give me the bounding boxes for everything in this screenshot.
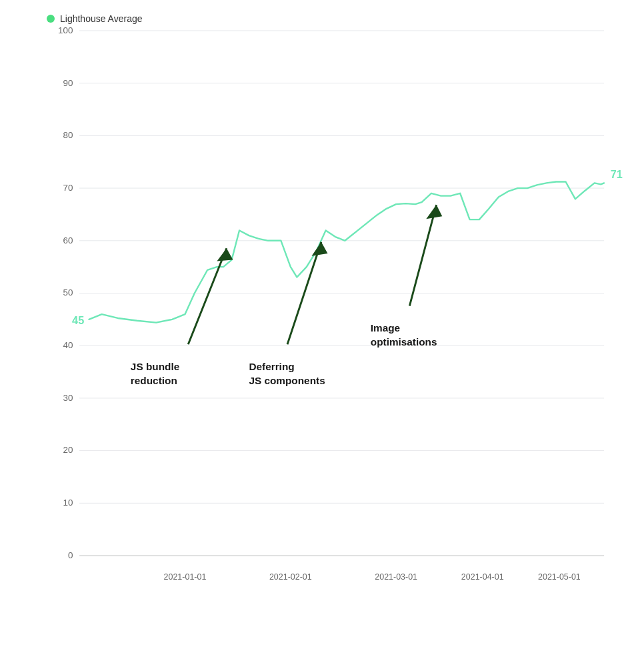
- annotation-js-bundle: JS bundle reduction: [131, 361, 183, 386]
- legend-dot: [47, 15, 55, 23]
- svg-text:2021-04-01: 2021-04-01: [461, 572, 504, 582]
- svg-text:70: 70: [63, 183, 73, 193]
- svg-text:10: 10: [63, 498, 73, 508]
- svg-text:0: 0: [68, 550, 73, 560]
- annotation-image-opt: Image optimisations: [371, 322, 437, 348]
- svg-text:2021-05-01: 2021-05-01: [538, 572, 581, 582]
- end-value-label: 71: [611, 168, 623, 180]
- svg-text:2021-02-01: 2021-02-01: [269, 572, 312, 582]
- chart-svg: 0 10 20 30 40 50 60 70 80 90 100 2021-01…: [40, 31, 631, 620]
- start-value-label: 45: [72, 314, 84, 326]
- svg-text:90: 90: [63, 78, 73, 88]
- arrow-image-opt: [426, 205, 442, 219]
- chart-area: 0 10 20 30 40 50 60 70 80 90 100 2021-01…: [40, 31, 631, 620]
- chart-line: [89, 182, 604, 323]
- svg-text:40: 40: [63, 340, 73, 350]
- svg-text:2021-01-01: 2021-01-01: [164, 572, 207, 582]
- chart-legend: Lighthouse Average: [40, 13, 631, 24]
- chart-container: Lighthouse Average 0 10 20 30 40 50: [0, 0, 644, 669]
- svg-text:30: 30: [63, 393, 73, 403]
- svg-text:20: 20: [63, 445, 73, 455]
- svg-line-30: [409, 205, 436, 306]
- svg-text:80: 80: [63, 130, 73, 140]
- annotation-deferring-js: Deferring JS components: [249, 361, 325, 386]
- legend-label: Lighthouse Average: [60, 13, 143, 24]
- svg-text:2021-03-01: 2021-03-01: [375, 572, 417, 582]
- svg-text:60: 60: [63, 235, 73, 245]
- svg-text:50: 50: [63, 287, 73, 297]
- svg-text:100: 100: [58, 25, 73, 35]
